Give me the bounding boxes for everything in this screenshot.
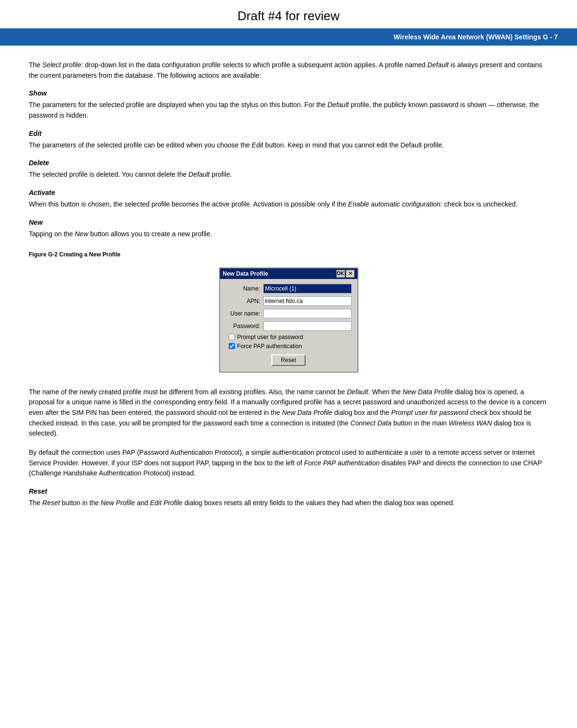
paragraph-3: By default the connection uses PAP (Pass… [29,448,548,479]
figure-label: Figure G-2 Creating a New Profile [29,251,548,258]
dialog-name-label: Name: [226,285,263,292]
dialog-force-pap-row: Force PAP authentication [226,343,352,350]
section-reset-heading: Reset [29,487,548,495]
section-show-body: The parameters for the selected profile … [29,100,548,121]
dialog-prompt-password-row: Prompt user for password [226,334,352,340]
dialog-close-button[interactable]: ✕ [346,270,355,278]
section-new-heading: New [29,218,548,226]
dialog-titlebar-buttons: OK ✕ [336,270,355,278]
intro-paragraph: The Select profile: drop-down list in th… [29,60,548,81]
section-new: New Tapping on the New button allows you… [29,218,548,240]
dialog-name-input[interactable] [263,284,352,293]
new-data-profile-dialog: New Data Profile OK ✕ Name: APN: User na… [219,267,358,373]
force-pap-checkbox[interactable] [229,343,235,349]
section-delete: Delete The selected profile is deleted. … [29,159,548,180]
section-show-heading: Show [29,89,548,97]
dialog-name-row: Name: [226,284,352,293]
dialog-titlebar: New Data Profile OK ✕ [220,268,357,279]
figure-dialog-wrapper: New Data Profile OK ✕ Name: APN: User na… [29,267,548,373]
dialog-username-row: User name: [226,309,352,318]
section-reset-body: The Reset button in the New Profile and … [29,498,548,509]
section-activate: Activate When this button is chosen, the… [29,189,548,210]
dialog-ok-button[interactable]: OK [336,270,345,278]
header-bar: Wireless Wide Area Network (WWAN) Settin… [0,28,577,46]
dialog-username-label: User name: [226,310,263,317]
dialog-body: Name: APN: User name: Password: [220,279,357,372]
dialog-apn-input[interactable] [263,296,352,306]
reset-button[interactable]: Reset [271,354,306,366]
paragraph-2: The name of the newly created profile mu… [29,387,548,439]
page-title: Draft #4 for review [0,0,577,28]
dialog-reset-row: Reset [226,354,352,366]
dialog-apn-label: APN: [226,298,263,304]
dialog-title: New Data Profile [223,270,269,277]
dialog-password-label: Password: [226,323,263,329]
section-new-body: Tapping on the New button allows you to … [29,229,548,240]
section-edit-heading: Edit [29,130,548,137]
section-activate-heading: Activate [29,189,548,196]
section-delete-heading: Delete [29,159,548,167]
dialog-password-input[interactable] [263,321,352,331]
force-pap-label: Force PAP authentication [237,343,302,350]
section-reset: Reset The Reset button in the New Profil… [29,487,548,509]
section-show: Show The parameters for the selected pro… [29,89,548,121]
prompt-password-checkbox[interactable] [229,334,235,340]
dialog-password-row: Password: [226,321,352,331]
section-delete-body: The selected profile is deleted. You can… [29,170,548,180]
dialog-username-input[interactable] [263,309,352,318]
section-edit-body: The parameters of the selected profile c… [29,140,548,151]
dialog-apn-row: APN: [226,296,352,306]
section-activate-body: When this button is chosen, the selected… [29,199,548,210]
prompt-password-label: Prompt user for password [237,334,303,340]
section-edit: Edit The parameters of the selected prof… [29,130,548,151]
